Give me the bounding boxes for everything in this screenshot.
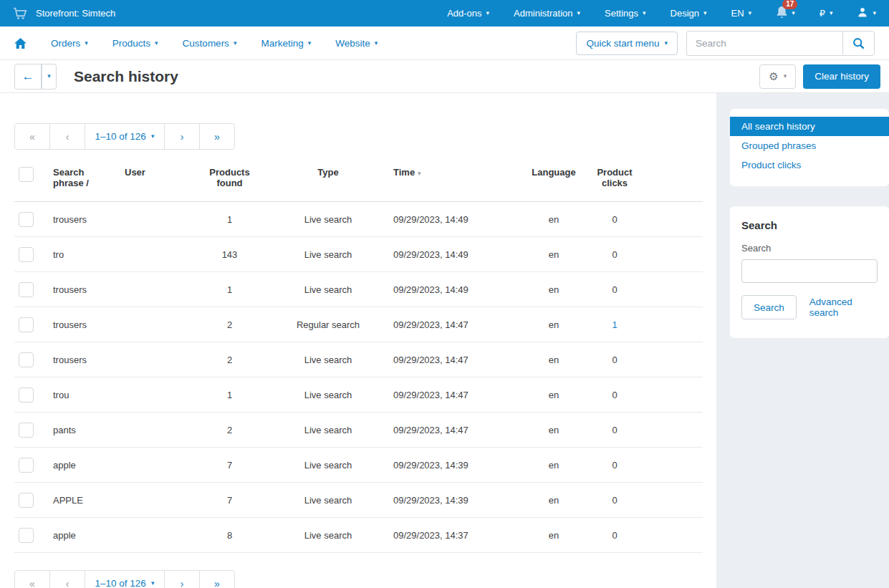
nav-item-orders[interactable]: Orders▾ xyxy=(51,38,88,49)
user-icon xyxy=(857,6,868,20)
cell-search-phrase: trousers xyxy=(49,272,120,307)
nav-item-marketing[interactable]: Marketing▾ xyxy=(261,38,311,49)
table-row: trousers 2 Live search 09/29/2023, 14:47… xyxy=(14,342,703,377)
sidebar-search-button[interactable]: Search xyxy=(741,295,797,319)
search-panel-title: Search xyxy=(741,219,878,231)
row-checkbox[interactable] xyxy=(19,317,34,332)
table-row: trou 1 Live search 09/29/2023, 14:47 en … xyxy=(14,377,703,413)
global-search-button[interactable] xyxy=(842,31,875,56)
cell-search-phrase: trousers xyxy=(49,307,120,342)
chevron-down-icon: ▾ xyxy=(830,10,833,16)
history-nav-card: All search history Grouped phrases Produ… xyxy=(730,109,889,186)
chevron-down-icon: ▾ xyxy=(749,10,752,16)
chevron-down-icon: ▾ xyxy=(486,10,490,16)
nav-item-products[interactable]: Products▾ xyxy=(112,38,158,49)
column-header-time-sort[interactable]: Time▾ xyxy=(389,160,525,202)
pagination-range-dropdown[interactable]: 1–10 of 126▾ xyxy=(85,570,165,588)
home-button[interactable] xyxy=(14,38,27,49)
sidebar-search-input[interactable] xyxy=(741,259,878,283)
table-header-row: Search phrase / User Products found Type… xyxy=(14,160,703,202)
quick-start-menu-button[interactable]: Quick start menu▾ xyxy=(576,32,678,55)
topbar-menu-settings[interactable]: Settings▾ xyxy=(605,8,646,19)
clear-history-button[interactable]: Clear history xyxy=(803,64,880,89)
row-checkbox[interactable] xyxy=(19,282,34,297)
sidebar-item-grouped-phrases[interactable]: Grouped phrases xyxy=(730,136,889,155)
column-header-user: User xyxy=(120,160,192,202)
back-button[interactable]: ← xyxy=(14,64,42,90)
pagination-last-button[interactable]: » xyxy=(199,570,235,588)
table-row: pants 2 Live search 09/29/2023, 14:47 en… xyxy=(14,413,703,448)
page-header: ← ▾ Search history ⚙ ▾ Clear history xyxy=(0,60,889,93)
cell-search-phrase: pants xyxy=(49,413,120,448)
sidebar-item-product-clicks[interactable]: Product clicks xyxy=(730,155,889,175)
chevron-down-icon: ▾ xyxy=(792,10,795,16)
chevron-down-icon: ▾ xyxy=(375,40,378,47)
row-checkbox[interactable] xyxy=(19,493,34,508)
back-history-dropdown[interactable]: ▾ xyxy=(42,64,57,90)
chevron-down-icon: ▾ xyxy=(577,10,580,16)
search-field-label: Search xyxy=(741,243,878,254)
column-header-products-found: Products found xyxy=(192,160,267,202)
sidebar-search-panel: Search Search Search Advanced search xyxy=(730,206,889,338)
row-checkbox[interactable] xyxy=(19,528,34,543)
pagination-prev-button[interactable]: ‹ xyxy=(49,570,85,588)
product-clicks-link[interactable]: 1 xyxy=(582,307,647,342)
chevron-down-icon: ▾ xyxy=(151,133,155,140)
pagination-prev-button[interactable]: ‹ xyxy=(49,123,85,150)
pagination-top: « ‹ 1–10 of 126▾ › » xyxy=(14,123,235,150)
settings-gear-button[interactable]: ⚙ ▾ xyxy=(759,64,796,89)
user-menu[interactable]: ▾ xyxy=(857,6,876,20)
chevron-down-icon: ▾ xyxy=(703,10,707,16)
select-all-checkbox[interactable] xyxy=(19,167,34,182)
table-row: apple 8 Live search 09/29/2023, 14:37 en… xyxy=(14,518,703,553)
row-checkbox[interactable] xyxy=(19,423,34,438)
column-header-type: Type xyxy=(267,160,389,202)
cell-search-phrase: trousers xyxy=(49,342,120,377)
currency-selector[interactable]: ₽▾ xyxy=(820,8,833,19)
search-history-table: Search phrase / User Products found Type… xyxy=(14,160,703,553)
row-checkbox[interactable] xyxy=(19,352,34,367)
table-row: trousers 1 Live search 09/29/2023, 14:49… xyxy=(14,272,703,307)
pagination-range-dropdown[interactable]: 1–10 of 126▾ xyxy=(85,123,165,150)
notifications-dropdown[interactable]: 17 ▾ xyxy=(776,6,795,21)
topbar-menu-design[interactable]: Design▾ xyxy=(671,8,707,19)
row-checkbox[interactable] xyxy=(19,387,34,403)
chevron-down-icon: ▾ xyxy=(151,580,155,587)
admin-navbar: Orders▾ Products▾ Customers▾ Marketing▾ … xyxy=(0,26,889,60)
row-checkbox[interactable] xyxy=(19,247,34,262)
column-header-product-clicks: Product clicks xyxy=(582,160,647,202)
storefront-link[interactable]: Storefront: Simtech xyxy=(13,7,115,20)
global-search-input[interactable] xyxy=(686,31,842,56)
pagination-next-button[interactable]: › xyxy=(164,570,200,588)
chevron-down-icon: ▾ xyxy=(664,40,668,47)
chevron-down-icon: ▾ xyxy=(643,10,646,16)
search-icon xyxy=(852,37,865,49)
table-row: trousers 2 Regular search 09/29/2023, 14… xyxy=(14,307,703,342)
nav-item-customers[interactable]: Customers▾ xyxy=(183,38,237,49)
back-arrow-icon: ← xyxy=(22,69,34,84)
chevron-down-icon: ▾ xyxy=(784,73,787,79)
column-header-language: Language xyxy=(525,160,582,202)
storefront-label: Storefront: Simtech xyxy=(36,8,115,19)
pagination-first-button[interactable]: « xyxy=(14,570,50,588)
sidebar-item-all-search-history[interactable]: All search history xyxy=(730,117,889,136)
chevron-down-icon: ▾ xyxy=(234,40,237,47)
topbar-menu-administration[interactable]: Administration▾ xyxy=(514,8,580,19)
topbar-menu-addons[interactable]: Add-ons▾ xyxy=(447,8,489,19)
sort-desc-icon: ▾ xyxy=(418,170,421,177)
main-panel: « ‹ 1–10 of 126▾ › » Search phrase / Use… xyxy=(0,93,716,588)
advanced-search-link[interactable]: Advanced search xyxy=(809,297,878,318)
row-checkbox[interactable] xyxy=(19,458,34,473)
row-checkbox[interactable] xyxy=(19,212,34,227)
table-row: apple 7 Live search 09/29/2023, 14:39 en… xyxy=(14,448,703,483)
pagination-next-button[interactable]: › xyxy=(164,123,200,150)
chevron-down-icon: ▾ xyxy=(85,40,88,47)
admin-topbar: Storefront: Simtech Add-ons▾ Administrat… xyxy=(0,0,889,26)
pagination-last-button[interactable]: » xyxy=(199,123,235,150)
pagination-first-button[interactable]: « xyxy=(14,123,50,150)
right-sidebar: All search history Grouped phrases Produ… xyxy=(716,93,889,588)
column-header-search-phrase: Search phrase / xyxy=(49,160,120,202)
cell-search-phrase: apple xyxy=(49,448,120,483)
language-selector[interactable]: EN▾ xyxy=(731,8,752,19)
nav-item-website[interactable]: Website▾ xyxy=(335,38,378,49)
